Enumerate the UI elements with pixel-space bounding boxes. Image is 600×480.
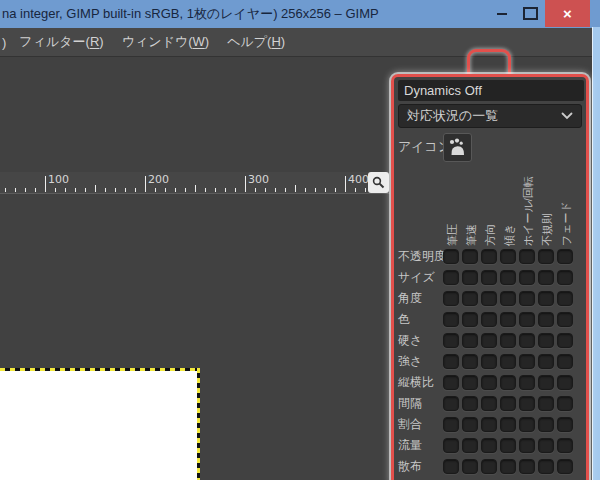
dynamics-checkbox-r4-c0[interactable]: [443, 333, 459, 348]
dynamics-checkbox-r1-c2[interactable]: [481, 270, 497, 285]
dynamics-checkbox-r5-c2[interactable]: [481, 354, 497, 369]
dynamics-checkbox-r7-c0[interactable]: [443, 396, 459, 411]
dynamics-checkbox-r7-c4[interactable]: [519, 396, 535, 411]
mapping-dropdown[interactable]: 対応状況の一覧: [398, 104, 582, 128]
dynamics-checkbox-r7-c6[interactable]: [557, 396, 573, 411]
dynamics-checkbox-r10-c0[interactable]: [443, 459, 459, 474]
dynamics-checkbox-r10-c3[interactable]: [500, 459, 516, 474]
dynamics-checkbox-r4-c3[interactable]: [500, 333, 516, 348]
dynamics-checkbox-r0-c3[interactable]: [500, 249, 516, 264]
dynamics-checkbox-r10-c2[interactable]: [481, 459, 497, 474]
paint-dynamics-popup: Dynamics Off 対応状況の一覧 アイコン: 筆圧筆速方向傾きホイール/…: [391, 74, 589, 480]
dynamics-checkbox-r2-c0[interactable]: [443, 291, 459, 306]
dynamics-checkbox-r4-c4[interactable]: [519, 333, 535, 348]
dynamics-checkbox-r7-c1[interactable]: [462, 396, 478, 411]
ruler-tick: [105, 188, 106, 192]
ruler-tick: [85, 188, 86, 192]
ruler-tick: [365, 188, 366, 192]
dynamics-checkbox-r6-c3[interactable]: [500, 375, 516, 390]
dynamics-checkbox-r6-c6[interactable]: [557, 375, 573, 390]
minimize-button[interactable]: [488, 0, 516, 27]
dynamics-checkbox-r2-c4[interactable]: [519, 291, 535, 306]
dynamics-checkbox-r9-c1[interactable]: [462, 438, 478, 453]
close-icon: ×: [563, 5, 572, 22]
dynamics-checkbox-r5-c1[interactable]: [462, 354, 478, 369]
dynamics-checkbox-r2-c2[interactable]: [481, 291, 497, 306]
dynamics-checkbox-r1-c0[interactable]: [443, 270, 459, 285]
dynamics-checkbox-r8-c1[interactable]: [462, 417, 478, 432]
ruler-tick: [205, 188, 206, 192]
dynamics-checkbox-r10-c6[interactable]: [557, 459, 573, 474]
menu-item-w[interactable]: ウィンドウ(W): [113, 33, 218, 51]
dynamics-checkbox-r6-c4[interactable]: [519, 375, 535, 390]
dynamics-checkbox-r2-c6[interactable]: [557, 291, 573, 306]
menu-item-r[interactable]: フィルター(R): [10, 33, 112, 51]
ruler-tick: [25, 188, 26, 192]
dynamics-checkbox-r7-c5[interactable]: [538, 396, 554, 411]
dynamics-checkbox-r1-c4[interactable]: [519, 270, 535, 285]
dynamics-checkbox-r5-c3[interactable]: [500, 354, 516, 369]
dynamics-icon-button[interactable]: [443, 133, 472, 162]
dynamics-checkbox-r9-c6[interactable]: [557, 438, 573, 453]
dynamics-checkbox-r3-c6[interactable]: [557, 312, 573, 327]
dynamics-checkbox-r9-c3[interactable]: [500, 438, 516, 453]
dynamics-checkbox-r6-c1[interactable]: [462, 375, 478, 390]
menu-item-h[interactable]: ヘルプ(H): [218, 33, 294, 51]
image-canvas[interactable]: [0, 371, 197, 480]
dynamics-checkbox-r3-c0[interactable]: [443, 312, 459, 327]
dynamics-checkbox-r2-c1[interactable]: [462, 291, 478, 306]
dynamics-checkbox-r9-c5[interactable]: [538, 438, 554, 453]
dynamics-checkbox-r4-c6[interactable]: [557, 333, 573, 348]
dynamics-checkbox-r2-c5[interactable]: [538, 291, 554, 306]
dynamics-checkbox-r9-c4[interactable]: [519, 438, 535, 453]
dynamics-checkbox-r0-c5[interactable]: [538, 249, 554, 264]
dynamics-checkbox-r8-c0[interactable]: [443, 417, 459, 432]
dynamics-checkbox-r0-c0[interactable]: [443, 249, 459, 264]
dynamics-checkbox-r5-c0[interactable]: [443, 354, 459, 369]
maximize-button[interactable]: [516, 0, 544, 27]
dynamics-checkbox-r5-c4[interactable]: [519, 354, 535, 369]
dynamics-checkbox-r2-c3[interactable]: [500, 291, 516, 306]
dynamics-checkbox-r4-c5[interactable]: [538, 333, 554, 348]
dynamics-checkbox-r1-c6[interactable]: [557, 270, 573, 285]
dynamics-checkbox-r0-c4[interactable]: [519, 249, 535, 264]
dynamics-checkbox-r5-c5[interactable]: [538, 354, 554, 369]
dynamics-checkbox-r10-c5[interactable]: [538, 459, 554, 474]
chevron-down-icon: [561, 112, 581, 120]
dynamics-checkbox-r7-c3[interactable]: [500, 396, 516, 411]
dynamics-checkbox-r8-c2[interactable]: [481, 417, 497, 432]
dynamics-checkbox-r9-c0[interactable]: [443, 438, 459, 453]
dynamics-checkbox-r10-c4[interactable]: [519, 459, 535, 474]
dynamics-name-input[interactable]: Dynamics Off: [398, 80, 584, 101]
dynamics-checkbox-r3-c5[interactable]: [538, 312, 554, 327]
dynamics-checkbox-r1-c3[interactable]: [500, 270, 516, 285]
dynamics-checkbox-r3-c3[interactable]: [500, 312, 516, 327]
ruler-tick: [45, 176, 46, 192]
dynamics-checkbox-r6-c0[interactable]: [443, 375, 459, 390]
zoom-button[interactable]: [368, 172, 389, 193]
dynamics-checkbox-r3-c4[interactable]: [519, 312, 535, 327]
dynamics-checkbox-r8-c5[interactable]: [538, 417, 554, 432]
dynamics-checkbox-r0-c1[interactable]: [462, 249, 478, 264]
dynamics-checkbox-r4-c1[interactable]: [462, 333, 478, 348]
dynamics-checkbox-r0-c2[interactable]: [481, 249, 497, 264]
dynamics-checkbox-r3-c2[interactable]: [481, 312, 497, 327]
ruler-tick: [185, 188, 186, 192]
dynamics-checkbox-r10-c1[interactable]: [462, 459, 478, 474]
dynamics-checkbox-r8-c3[interactable]: [500, 417, 516, 432]
matrix-row-label: 間隔: [398, 396, 422, 411]
dynamics-checkbox-r3-c1[interactable]: [462, 312, 478, 327]
dynamics-checkbox-r1-c1[interactable]: [462, 270, 478, 285]
dynamics-checkbox-r6-c5[interactable]: [538, 375, 554, 390]
mapping-dropdown-label: 対応状況の一覧: [399, 107, 561, 125]
dynamics-checkbox-r9-c2[interactable]: [481, 438, 497, 453]
dynamics-checkbox-r8-c6[interactable]: [557, 417, 573, 432]
dynamics-checkbox-r8-c4[interactable]: [519, 417, 535, 432]
dynamics-checkbox-r6-c2[interactable]: [481, 375, 497, 390]
dynamics-checkbox-r7-c2[interactable]: [481, 396, 497, 411]
dynamics-checkbox-r1-c5[interactable]: [538, 270, 554, 285]
dynamics-checkbox-r5-c6[interactable]: [557, 354, 573, 369]
dynamics-checkbox-r0-c6[interactable]: [557, 249, 573, 264]
dynamics-checkbox-r4-c2[interactable]: [481, 333, 497, 348]
close-button[interactable]: ×: [545, 0, 590, 27]
